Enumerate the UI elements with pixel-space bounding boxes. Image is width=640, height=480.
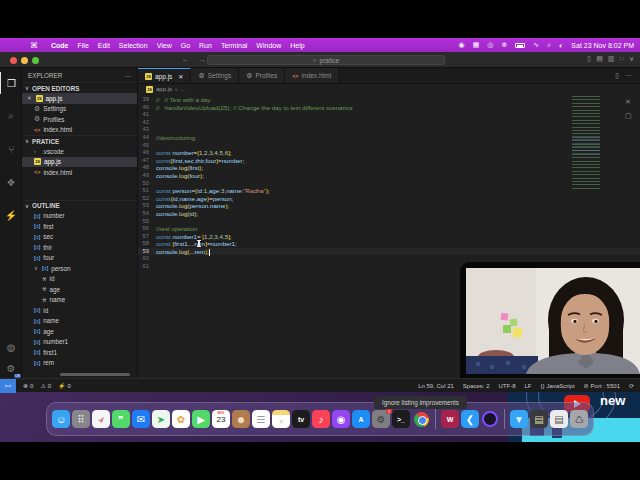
command-center-search[interactable]: ⌕ pratice	[207, 55, 445, 65]
code-line-50[interactable]: 50	[138, 180, 640, 188]
code-line-58[interactable]: 58const [first1,...rem]=number1;	[138, 240, 640, 248]
activity-explorer-icon[interactable]: ❐	[0, 72, 22, 94]
outline-item-id[interactable]: [≡]id	[22, 305, 137, 316]
activity-settings-icon[interactable]: ⚙UN	[0, 357, 22, 379]
wifi-icon[interactable]: ∿	[533, 41, 539, 49]
file--vscode[interactable]: ›.vscode	[22, 146, 137, 157]
layout-icon-2[interactable]: ▥	[608, 55, 615, 63]
minimize-window-button[interactable]	[21, 57, 28, 64]
outline-item-four[interactable]: [≡]four	[22, 253, 137, 264]
split-editor-icon[interactable]: ▯	[615, 72, 619, 80]
outline-item-number[interactable]: [≡]number	[22, 211, 137, 222]
activity-source-control-icon[interactable]: ⑂	[0, 138, 22, 160]
outline-item-rem[interactable]: [≡]rem	[22, 358, 137, 369]
code-line-46[interactable]: 46const number=[1,2,3,4,5,6];	[138, 149, 640, 157]
more-actions-icon[interactable]: ⋯	[625, 72, 632, 80]
tab-app-js[interactable]: JSapp.js✕	[138, 68, 191, 83]
status-warnings[interactable]: ⚠0	[40, 382, 51, 389]
close-window-button[interactable]	[10, 57, 17, 64]
editor-page-icon[interactable]: ▢	[625, 112, 632, 120]
code-line-39[interactable]: 39// // Test with a day	[138, 96, 640, 104]
dock-documents-stack-icon[interactable]: ▤	[530, 410, 548, 428]
menu-item-go[interactable]: Go	[181, 42, 190, 49]
project-header[interactable]: ∨PRATICE	[22, 135, 137, 146]
code-line-43[interactable]: 43	[138, 126, 640, 134]
open-editor-app-js[interactable]: ✕JSapp.js	[22, 93, 137, 104]
status-errors[interactable]: ⊗0	[23, 382, 33, 389]
code-line-51[interactable]: 51const person={id:1,age:3,name:"Radha"}…	[138, 187, 640, 195]
dock-facetime-icon[interactable]: ▶	[192, 410, 210, 428]
outline-item-person[interactable]: ∨[≡]person	[22, 263, 137, 274]
code-line-52[interactable]: 52const{id,name,age}=person;	[138, 195, 640, 203]
open-editor-index-html[interactable]: <>index.html	[22, 125, 137, 136]
code-line-41[interactable]: 41	[138, 111, 640, 119]
outline-item-first[interactable]: [≡]first	[22, 221, 137, 232]
code-line-45[interactable]: 45	[138, 142, 640, 150]
menu-item-terminal[interactable]: Terminal	[221, 42, 247, 49]
grid-app-icon[interactable]: ▦	[473, 41, 480, 48]
code-line-42[interactable]: 42	[138, 119, 640, 127]
dock-system-settings-icon[interactable]: ⚙1	[372, 410, 390, 428]
remote-indicator[interactable]: ><	[0, 379, 16, 393]
status-eol[interactable]: LF	[525, 383, 532, 389]
outline-item-first1[interactable]: [≡]first1	[22, 347, 137, 358]
layout-icon-0[interactable]: ▯	[587, 55, 591, 63]
status-encoding[interactable]: UTF-8	[499, 383, 516, 389]
menu-item-selection[interactable]: Selection	[119, 42, 148, 49]
code-line-48[interactable]: 48console.log(first);	[138, 164, 640, 172]
dock-finder-icon[interactable]: ☺	[52, 410, 70, 428]
code-line-57[interactable]: 57const number1= [1,2,3,4,5];	[138, 233, 640, 241]
dock-messages-icon[interactable]: ❞	[112, 410, 130, 428]
problems-indicator[interactable]: ⊗0⚠0⚡0	[16, 382, 71, 389]
menu-item-run[interactable]: Run	[199, 42, 212, 49]
outline-item-thir[interactable]: [≡]thir	[22, 242, 137, 253]
tab-close-icon[interactable]: ✕	[178, 73, 183, 80]
dock-photos-icon[interactable]: ✿	[172, 410, 190, 428]
dock-app-store-icon[interactable]: A	[352, 410, 370, 428]
outline-item-name[interactable]: [≡]name	[22, 316, 137, 327]
dock-files-stack-icon[interactable]: ▤	[550, 410, 568, 428]
dock-downloads-folder-icon[interactable]: ▼	[510, 410, 528, 428]
code-line-49[interactable]: 49console.log(four);	[138, 172, 640, 180]
menu-item-view[interactable]: View	[157, 42, 172, 49]
layout-icon-1[interactable]: ▤	[596, 55, 603, 63]
outline-item-age[interactable]: ⚒age	[22, 284, 137, 295]
maximize-window-button[interactable]	[32, 57, 39, 64]
outline-item-age[interactable]: [≡]age	[22, 326, 137, 337]
code-line-55[interactable]: 55	[138, 218, 640, 226]
file-app-js[interactable]: JSapp.js	[22, 157, 137, 168]
minimap[interactable]	[572, 96, 600, 190]
display-icon[interactable]: ⊕	[501, 41, 507, 48]
code-line-53[interactable]: 53console.log(person.name);	[138, 202, 640, 210]
outline-item-name[interactable]: ⚒name	[22, 295, 137, 306]
breadcrumb[interactable]: JS app.js › …	[138, 84, 640, 94]
dock-mail-icon[interactable]: ✉	[132, 410, 150, 428]
dock-notes-icon[interactable]: ≡	[272, 410, 290, 428]
code-line-56[interactable]: 56//rest operation	[138, 225, 640, 233]
camera-icon[interactable]: ◎	[487, 41, 493, 48]
code-line-40[interactable]: 40// handleVideoUpload(25); // Change th…	[138, 104, 640, 112]
menu-item-edit[interactable]: Edit	[98, 42, 110, 49]
status-cursor-position[interactable]: Ln 59, Col 21	[418, 383, 454, 389]
layout-icon-3[interactable]: ∷	[619, 55, 623, 63]
control-center-icon[interactable]: ◐	[559, 42, 563, 49]
outline-item-id[interactable]: ⚒id	[22, 274, 137, 285]
status-live-server-port[interactable]: ⊘Port : 5501	[584, 382, 620, 389]
dock-podcasts-icon[interactable]: ◉	[332, 410, 350, 428]
dock-safari-icon[interactable]: ➢	[92, 410, 110, 428]
dock-reminders-icon[interactable]: ☰	[252, 410, 270, 428]
activity-accounts-icon[interactable]: ◍	[0, 336, 22, 358]
activity-thunder-client-icon[interactable]: ⚡	[0, 204, 22, 226]
dock-calendar-icon[interactable]: NOV23	[212, 410, 230, 428]
dock-dark-circle-app-icon[interactable]	[481, 410, 499, 428]
layout-icon-4[interactable]: ∨	[629, 55, 634, 63]
history-nav-arrows[interactable]: ← →	[182, 56, 210, 63]
status-indentation[interactable]: Spaces: 2	[463, 383, 490, 389]
dock-trash-icon[interactable]: ♺	[570, 410, 588, 428]
notification-toast[interactable]: Ignore listing improvements	[374, 396, 467, 409]
apple-menu-icon[interactable]: ⌘	[30, 41, 38, 50]
dock-apple-tv-icon[interactable]: tv	[292, 410, 310, 428]
sidebar-scrollbar[interactable]	[60, 373, 130, 376]
outline-item-number1[interactable]: [≡]number1	[22, 337, 137, 348]
dock-launchpad-icon[interactable]: ⠿	[72, 410, 90, 428]
